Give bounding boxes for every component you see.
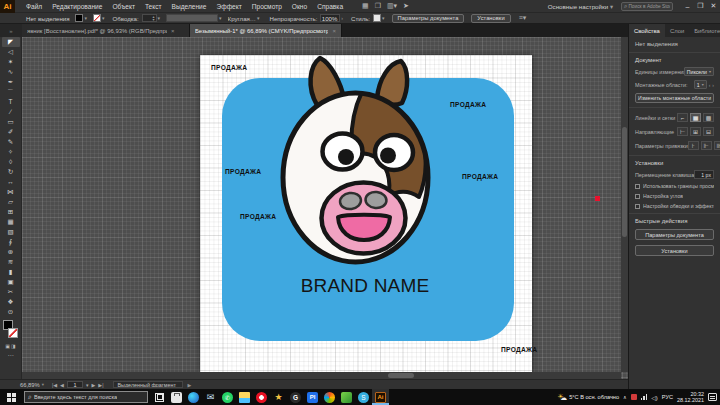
checkbox[interactable] [635, 204, 640, 209]
checkbox[interactable] [635, 194, 640, 199]
perspective-grid-tool[interactable]: ⊞ [2, 207, 20, 217]
snap-point-icon[interactable]: ⊦ [688, 141, 699, 150]
width-tool[interactable]: ⋈ [2, 187, 20, 197]
tab-layers[interactable]: Слои [665, 24, 689, 37]
sale-text-1[interactable]: ПРОДАЖА [211, 64, 247, 71]
vertical-scrollbar-thumb[interactable] [622, 127, 627, 237]
snap-pixel-icon[interactable]: ⊩ [701, 141, 712, 150]
taskbar-clock[interactable]: 20:32 28.12.2021 [677, 391, 704, 403]
menu-item[interactable]: Редактирование [47, 3, 107, 10]
close-button[interactable]: ✕ [707, 0, 720, 13]
menu-item[interactable]: Выделение [167, 3, 212, 10]
pen-tool[interactable]: ✒ [2, 77, 20, 87]
stroke-weight-caret-icon[interactable]: ▾ [158, 15, 161, 21]
toolbar-stroke-swatch[interactable] [8, 328, 18, 338]
eraser-tool[interactable]: ◊ [2, 157, 20, 167]
vertical-scrollbar[interactable] [621, 37, 628, 372]
artboard-number-field[interactable]: 1 [67, 381, 83, 388]
artboard-tool[interactable]: ▣ [2, 277, 20, 287]
guides-options-icon[interactable]: ⊟ [703, 127, 714, 136]
preference-checkbox-row[interactable]: Использовать границы просмотра [635, 183, 714, 189]
document-tab-1[interactable]: явник [Восстановлен].pdf* @ 96,93% (RGB/… [22, 24, 190, 37]
close-tab-icon[interactable]: × [332, 28, 336, 34]
taskbar-whatsapp[interactable]: ✆ [219, 389, 236, 405]
snap-grid-icon[interactable]: ▩ [703, 113, 714, 122]
canvas-area[interactable]: ПРОДАЖА ПРОДАЖА ПРОДАЖА ПРОДАЖА ПРОДАЖА … [22, 37, 628, 379]
last-artboard-icon[interactable]: ▶| [98, 382, 103, 388]
menu-item[interactable]: Просмотр [247, 3, 287, 10]
zoom-caret-icon[interactable]: ▾ [42, 382, 44, 387]
rectangle-tool[interactable]: ▭ [2, 117, 20, 127]
preference-checkbox-row[interactable]: Настройки обводки и эффектов [635, 203, 714, 209]
tray-app-icon[interactable] [631, 394, 637, 400]
drawing-modes[interactable]: ▣ ◨ [5, 343, 15, 349]
edit-artboards-button[interactable]: Изменить монтажные области [635, 93, 714, 103]
toolbar-collapse-icon[interactable]: » [0, 24, 22, 37]
workspace-switcher[interactable]: Основные настройки [548, 3, 613, 10]
menu-item[interactable]: Окно [287, 3, 312, 10]
style-caret-icon[interactable]: ▾ [382, 15, 385, 21]
type-tool[interactable]: T [2, 97, 20, 107]
taskbar-mail[interactable]: ✉ [202, 389, 219, 405]
pencil-tool[interactable]: ✎ [2, 137, 20, 147]
weather-widget[interactable]: ☀☁ 5°C В осн. облачно [557, 393, 619, 402]
tab-properties[interactable]: Свойства [629, 24, 665, 37]
snap-glyph-icon[interactable]: ⊪ [714, 141, 720, 150]
taskbar-file-explorer[interactable] [236, 389, 253, 405]
horizontal-scrollbar[interactable] [22, 372, 621, 379]
menu-item[interactable]: Файл [21, 3, 47, 10]
eyedropper-tool[interactable]: ∮ [2, 237, 20, 247]
line-segment-tool[interactable]: ∕ [2, 107, 20, 117]
checkbox[interactable] [635, 184, 640, 189]
curvature-tool[interactable]: ⌒ [2, 87, 20, 97]
profile-caret-icon[interactable]: ▾ [219, 15, 222, 21]
taskbar-task-view[interactable] [151, 389, 168, 405]
prev-artboard-icon[interactable]: ◀ [60, 382, 64, 388]
mesh-tool[interactable]: ▦ [2, 217, 20, 227]
taskbar-microsoft-store[interactable] [168, 389, 185, 405]
artboard-nav-caret-icon[interactable]: ▾ [86, 382, 89, 388]
units-dropdown[interactable]: Пиксели [684, 67, 714, 76]
slice-tool[interactable]: ✂ [2, 287, 20, 297]
taskbar-search-input[interactable]: ⌕ Введите здесь текст для поиска [24, 391, 148, 403]
menu-item[interactable]: Справка [312, 3, 348, 10]
fill-stroke-indicator[interactable] [3, 320, 19, 340]
magic-wand-tool[interactable]: ✶ [2, 57, 20, 67]
menu-item[interactable]: Объект [107, 3, 139, 10]
zoom-tool[interactable]: ⊙ [2, 307, 20, 317]
sale-text-3[interactable]: ПРОДАЖА [225, 168, 261, 175]
taskbar-photos[interactable] [321, 389, 338, 405]
layout-grid-icon[interactable]: ▦ [362, 2, 369, 10]
sale-text-4[interactable]: ПРОДАЖА [240, 213, 276, 220]
stroke-caret-icon[interactable]: ▾ [102, 15, 105, 21]
quick-document-setup-button[interactable]: Параметры документа [635, 229, 714, 240]
menu-item[interactable]: Текст [140, 3, 167, 10]
taskbar-illustrator[interactable]: Ai [372, 389, 389, 405]
selection-tool[interactable]: ◤ [2, 37, 20, 47]
horizontal-scrollbar-thumb[interactable] [388, 373, 414, 378]
grid-icon[interactable]: ▦ [690, 113, 701, 122]
tray-expand-icon[interactable]: ∧ [623, 394, 627, 400]
quick-preferences-button[interactable]: Установки [635, 245, 714, 256]
stroke-weight-stepper[interactable]: ▴▾ [142, 14, 157, 22]
rotate-tool[interactable]: ↻ [2, 167, 20, 177]
preference-checkbox-row[interactable]: Настройка углов [635, 193, 714, 199]
next-artboard-mini-icon[interactable]: › [712, 82, 714, 88]
lock-guides-icon[interactable]: ⊞ [690, 127, 701, 136]
tab-libraries[interactable]: Библиотеки [689, 24, 720, 37]
symbol-sprayer-tool[interactable]: ≋ [2, 257, 20, 267]
gradient-tool[interactable]: ▧ [2, 227, 20, 237]
prev-artboard-mini-icon[interactable]: ‹ [709, 82, 711, 88]
direct-selection-tool[interactable]: ◁ [2, 47, 20, 57]
scale-tool[interactable]: ↔ [2, 177, 20, 187]
taskbar-star-app[interactable]: ★ [270, 389, 287, 405]
sale-text-6[interactable]: ПРОДАЖА [501, 346, 537, 353]
restore-button[interactable]: ❐ [694, 0, 707, 13]
artboards-dropdown[interactable]: 1 [694, 80, 707, 89]
fill-color-swatch[interactable] [75, 14, 83, 22]
taskbar-skype[interactable]: S [355, 389, 372, 405]
taskbar-g-app[interactable]: G [287, 389, 304, 405]
control-panel-menu-icon[interactable]: ≡▾ [519, 14, 527, 22]
taskbar-green-app[interactable] [338, 389, 355, 405]
free-transform-tool[interactable]: ▱ [2, 197, 20, 207]
